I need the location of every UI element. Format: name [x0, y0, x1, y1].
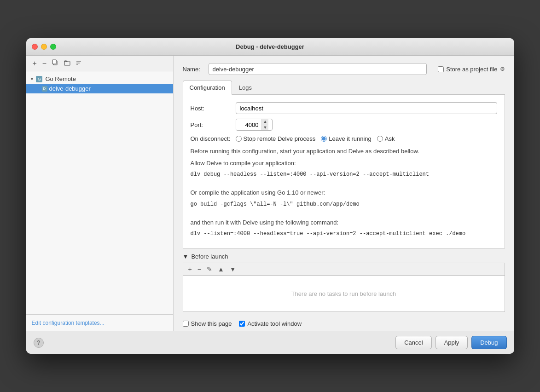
- disconnect-radio-group: Stop remote Delve process Leave it runni…: [236, 135, 497, 142]
- maximize-button[interactable]: [50, 44, 56, 50]
- radio-ask[interactable]: Ask: [377, 135, 395, 142]
- disconnect-row: On disconnect: Stop remote Delve process…: [191, 135, 497, 142]
- radio-ask-input[interactable]: [377, 136, 383, 142]
- disconnect-label: On disconnect:: [191, 135, 232, 142]
- before-launch-remove-button[interactable]: −: [196, 265, 203, 273]
- before-launch-up-button[interactable]: ▲: [216, 265, 226, 273]
- traffic-lights: [32, 44, 56, 50]
- code-line-3: dlv --listen=:4000 --headless=true --api…: [191, 230, 497, 238]
- window-title: Debug - delve-debugger: [236, 43, 304, 50]
- port-row: Port: ▲ ▼: [191, 119, 497, 131]
- tree-item-label: delve-debugger: [49, 85, 91, 92]
- store-project-container: Store as project file ⚙: [438, 66, 505, 73]
- tree-group-header[interactable]: ▼ G Go Remote: [26, 74, 173, 84]
- folder-config-button[interactable]: [62, 59, 72, 68]
- sidebar-footer: Edit configuration templates...: [26, 314, 173, 331]
- before-launch-header[interactable]: ▼ Before launch: [183, 253, 505, 260]
- port-spinners: ▲ ▼: [261, 119, 269, 130]
- apply-button[interactable]: Apply: [435, 336, 468, 349]
- folder-icon: [64, 60, 70, 66]
- info-text-2: Allow Delve to compile your application:: [191, 159, 497, 168]
- show-page-label[interactable]: Show this page: [183, 320, 232, 327]
- minimize-button[interactable]: [41, 44, 47, 50]
- store-project-checkbox[interactable]: [438, 66, 444, 72]
- remove-config-button[interactable]: −: [41, 59, 48, 68]
- radio-stop-remote-input[interactable]: [236, 136, 242, 142]
- edit-templates-link[interactable]: Edit configuration templates...: [32, 320, 105, 326]
- debug-button[interactable]: Debug: [471, 336, 506, 349]
- bottom-bar: ? Cancel Apply Debug: [26, 331, 514, 354]
- host-row: Host:: [191, 102, 497, 114]
- host-label: Host:: [191, 105, 232, 112]
- gear-icon[interactable]: ⚙: [500, 66, 505, 72]
- before-launch-chevron-icon: ▼: [183, 253, 189, 260]
- activate-window-text: Activate tool window: [247, 320, 302, 327]
- info-text-4: and then run it with Delve using the fol…: [191, 218, 497, 227]
- port-input[interactable]: [236, 119, 261, 130]
- show-page-checkbox[interactable]: [183, 321, 189, 327]
- before-launch-edit-button[interactable]: ✎: [205, 265, 214, 273]
- copy-config-button[interactable]: [50, 58, 60, 68]
- tab-configuration[interactable]: Configuration: [183, 81, 232, 95]
- sidebar-tree: ▼ G Go Remote D delve-debugger: [26, 71, 173, 314]
- name-row: Name: Store as project file ⚙: [183, 63, 505, 75]
- no-tasks-text: There are no tasks to run before launch: [291, 290, 396, 297]
- activate-window-checkbox[interactable]: [239, 321, 245, 327]
- copy-icon: [52, 59, 58, 66]
- tabs-bar: Configuration Logs: [183, 81, 505, 95]
- sidebar: + −: [26, 56, 174, 331]
- main-panel: Name: Store as project file ⚙ Configurat…: [174, 56, 514, 331]
- activate-window-label[interactable]: Activate tool window: [239, 320, 302, 327]
- before-launch-toolbar: + − ✎ ▲ ▼: [183, 263, 505, 275]
- radio-stop-remote-label: Stop remote Delve process: [244, 135, 316, 142]
- code-line-2: go build -gcflags \"all=-N -l\" github.c…: [191, 200, 497, 208]
- port-decrement-button[interactable]: ▼: [262, 125, 269, 131]
- before-launch-down-button[interactable]: ▼: [228, 265, 238, 273]
- radio-leave-running-input[interactable]: [321, 136, 327, 142]
- svg-rect-1: [52, 60, 56, 64]
- title-bar: Debug - delve-debugger: [26, 38, 514, 56]
- sort-icon: [76, 60, 81, 66]
- go-remote-icon: G: [36, 76, 42, 82]
- port-input-wrap: ▲ ▼: [236, 119, 273, 131]
- show-page-text: Show this page: [191, 320, 232, 327]
- port-increment-button[interactable]: ▲: [262, 119, 269, 125]
- tree-group-go-remote: ▼ G Go Remote D delve-debugger: [26, 73, 173, 94]
- radio-leave-running[interactable]: Leave it running: [321, 135, 372, 142]
- radio-ask-label: Ask: [385, 135, 395, 142]
- tree-chevron-icon: ▼: [30, 76, 35, 81]
- radio-leave-running-label: Leave it running: [329, 135, 372, 142]
- code-line-1: dlv debug --headless --listen=:4000 --ap…: [191, 170, 497, 179]
- bottom-bar-left: ?: [34, 338, 44, 348]
- before-launch-content: There are no tasks to run before launch: [183, 275, 505, 312]
- before-launch-label: Before launch: [191, 253, 228, 260]
- store-project-label: Store as project file: [446, 66, 497, 73]
- name-input[interactable]: [209, 63, 427, 75]
- sort-config-button[interactable]: [74, 59, 83, 68]
- main-window: Debug - delve-debugger + −: [26, 38, 514, 354]
- add-config-button[interactable]: +: [31, 59, 39, 68]
- tab-content-configuration: Host: Port: ▲ ▼ On disconn: [183, 95, 505, 248]
- before-launch-section: ▼ Before launch + − ✎ ▲ ▼ There are no t…: [183, 253, 505, 312]
- info-text-1: Before running this configuration, start…: [191, 147, 497, 156]
- close-button[interactable]: [32, 44, 38, 50]
- help-button[interactable]: ?: [34, 338, 44, 348]
- content-area: + −: [26, 56, 514, 331]
- host-input[interactable]: [236, 102, 497, 114]
- info-text-3: Or compile the application using Go 1.10…: [191, 188, 497, 197]
- sidebar-toolbar: + −: [26, 56, 173, 71]
- name-label: Name:: [183, 66, 205, 73]
- before-launch-add-button[interactable]: +: [187, 265, 193, 273]
- bottom-options: Show this page Activate tool window: [183, 317, 505, 331]
- cancel-button[interactable]: Cancel: [395, 336, 431, 349]
- bottom-bar-right: Cancel Apply Debug: [395, 336, 506, 349]
- tree-group-label: Go Remote: [45, 75, 75, 82]
- tree-item-delve-debugger[interactable]: D delve-debugger: [26, 84, 173, 93]
- debug-config-icon: D: [42, 86, 47, 92]
- radio-stop-remote[interactable]: Stop remote Delve process: [236, 135, 316, 142]
- port-label: Port:: [191, 121, 232, 128]
- tab-logs[interactable]: Logs: [232, 81, 259, 95]
